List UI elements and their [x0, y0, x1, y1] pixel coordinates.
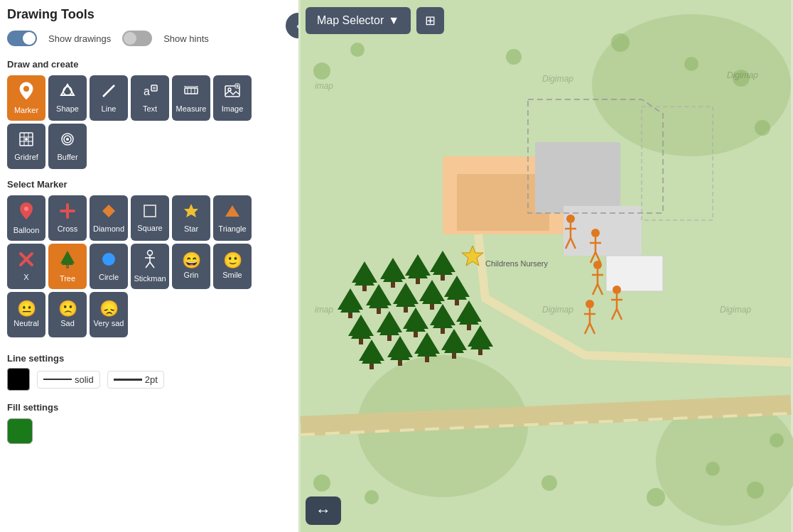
cross-marker-btn[interactable]: Cross — [48, 195, 87, 241]
tree-marker-btn[interactable]: Tree — [48, 244, 87, 289]
svg-point-118 — [755, 120, 770, 136]
line-width-preview — [114, 379, 142, 381]
line-tool-btn[interactable]: Line — [90, 75, 128, 121]
line-settings-row: solid 2pt — [7, 368, 291, 391]
smile-label: Smile — [222, 271, 242, 279]
gridref-tool-btn[interactable]: Gridref — [7, 124, 45, 169]
grid-button[interactable]: ⊞ — [416, 7, 444, 34]
svg-line-2 — [103, 85, 114, 97]
x-marker-btn[interactable]: X — [7, 244, 45, 289]
shape-icon — [59, 82, 76, 102]
image-tool-btn[interactable]: Image — [213, 75, 252, 121]
image-label: Image — [222, 104, 244, 113]
diamond-label: Diamond — [93, 224, 124, 233]
nursery-label: Childrens Nursery — [485, 259, 549, 268]
svg-rect-87 — [387, 335, 392, 341]
svg-rect-39 — [66, 265, 69, 268]
diamond-icon — [100, 202, 117, 222]
svg-text:imap: imap — [315, 81, 333, 91]
svg-point-1 — [63, 87, 72, 95]
fill-settings-title: Fill settings — [7, 402, 291, 413]
grin-label: Grin — [184, 271, 199, 279]
marker-icon — [18, 81, 34, 104]
circle-marker-btn[interactable]: Circle — [90, 244, 128, 289]
shape-tool-btn[interactable]: Shape — [48, 75, 87, 121]
tree-label: Tree — [60, 274, 75, 283]
svg-rect-96 — [467, 325, 471, 330]
pan-arrow-icon: ↔ — [315, 501, 331, 520]
star-marker-btn[interactable]: Star — [172, 195, 210, 241]
tree-icon — [59, 249, 76, 272]
svg-text:Digimap: Digimap — [542, 305, 573, 315]
select-marker-title: Select Marker — [7, 179, 291, 190]
select-marker-grid: Balloon Cross Diamond — [7, 195, 291, 337]
text-tool-btn[interactable]: a Text — [131, 75, 169, 121]
cross-label: Cross — [58, 224, 78, 233]
map-selector-button[interactable]: Map Selector ▼ — [306, 7, 411, 34]
buffer-icon — [59, 131, 76, 151]
smile-marker-btn[interactable]: 🙂 Smile — [213, 244, 252, 289]
pan-arrow-button[interactable]: ↔ — [306, 496, 341, 525]
grin-marker-btn[interactable]: 😄 Grin — [172, 244, 210, 289]
line-dash-preview — [43, 379, 72, 380]
show-hints-toggle[interactable] — [122, 31, 152, 46]
cross-icon — [59, 202, 76, 222]
star-label: Star — [184, 224, 198, 233]
stickman-marker-btn[interactable]: Stickman — [131, 244, 169, 289]
svg-point-0 — [23, 86, 29, 92]
line-style-btn[interactable]: solid — [37, 371, 100, 389]
svg-rect-32 — [144, 205, 156, 217]
measure-label: Measure — [176, 104, 207, 113]
svg-rect-111 — [478, 349, 482, 355]
neutral-marker-btn[interactable]: 😐 Neutral — [7, 292, 45, 337]
svg-point-131 — [591, 229, 600, 237]
svg-rect-102 — [398, 360, 402, 366]
square-marker-btn[interactable]: Square — [131, 195, 169, 241]
svg-point-141 — [613, 286, 621, 294]
buffer-tool-btn[interactable]: Buffer — [48, 124, 87, 169]
balloon-marker-btn[interactable]: Balloon — [7, 195, 45, 241]
panel-title: Drawing Tools — [7, 7, 291, 22]
triangle-marker-btn[interactable]: Triangle — [213, 195, 252, 241]
svg-rect-69 — [348, 313, 352, 318]
very-sad-marker-btn[interactable]: 😞 Very sad — [90, 292, 128, 337]
x-icon — [18, 251, 35, 271]
grin-icon: 😄 — [182, 253, 201, 268]
svg-rect-105 — [425, 357, 429, 362]
show-drawings-toggle[interactable] — [7, 31, 37, 46]
map-svg[interactable]: Childrens Nursery imap Digimap Digimap i… — [298, 0, 793, 532]
svg-point-126 — [566, 215, 575, 223]
svg-point-125 — [770, 433, 784, 447]
line-width-btn[interactable]: 2pt — [107, 371, 164, 389]
map-selector-arrow: ▼ — [388, 14, 399, 27]
svg-rect-4 — [151, 85, 157, 91]
line-color-swatch[interactable] — [7, 368, 30, 391]
square-icon — [142, 203, 158, 222]
map-toolbar: Map Selector ▼ ⊞ — [306, 7, 444, 34]
svg-rect-63 — [416, 278, 420, 284]
svg-point-40 — [102, 253, 115, 266]
balloon-label: Balloon — [14, 226, 40, 234]
svg-text:Digimap: Digimap — [542, 74, 573, 84]
star-icon — [183, 202, 200, 222]
svg-point-112 — [313, 63, 330, 80]
svg-point-113 — [350, 43, 365, 57]
svg-text:imap: imap — [315, 305, 333, 315]
circle-icon — [100, 251, 117, 271]
measure-tool-btn[interactable]: Measure — [172, 75, 210, 121]
diamond-marker-btn[interactable]: Diamond — [90, 195, 128, 241]
svg-point-27 — [66, 138, 69, 141]
buffer-label: Buffer — [57, 153, 77, 161]
marker-tool-btn[interactable]: Marker — [7, 75, 45, 121]
sad-label: Sad — [60, 319, 75, 327]
fill-color-swatch[interactable] — [7, 418, 33, 444]
svg-point-114 — [506, 49, 522, 65]
neutral-icon: 😐 — [17, 301, 36, 317]
svg-rect-52 — [535, 142, 620, 213]
x-label: X — [23, 273, 28, 281]
sad-marker-btn[interactable]: 🙁 Sad — [48, 292, 87, 337]
svg-text:Digimap: Digimap — [720, 305, 751, 315]
svg-point-124 — [747, 482, 764, 499]
svg-point-119 — [313, 474, 330, 492]
svg-rect-90 — [414, 332, 418, 337]
